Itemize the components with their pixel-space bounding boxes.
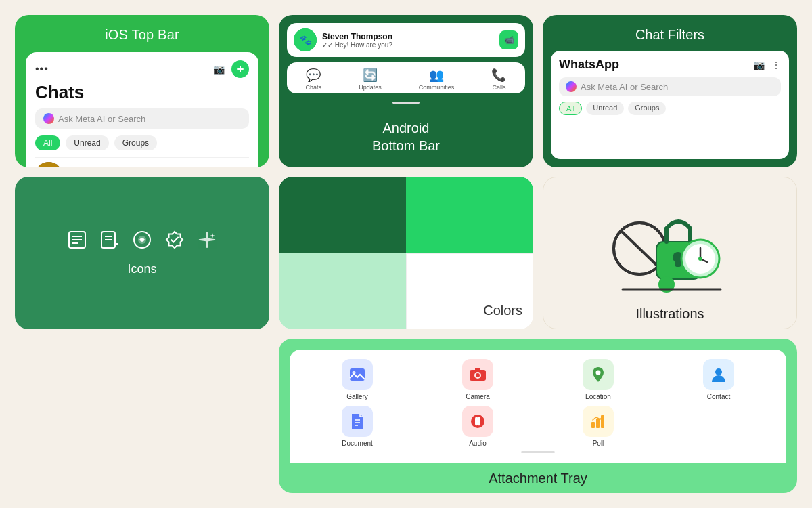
android-nav-chats[interactable]: 💬 Chats bbox=[306, 68, 322, 91]
colors-label: Colors bbox=[483, 303, 522, 318]
ios-phone-mockup: ••• 📷 Chats Ask Meta AI or Search All Un… bbox=[26, 52, 258, 167]
poll-label: Poll bbox=[593, 440, 604, 447]
ios-dots: ••• bbox=[35, 63, 49, 75]
android-bottom-bar-card: 🐾 Steven Thompson ✓✓ Hey! How are you? 📹… bbox=[279, 15, 533, 167]
updates-nav-icon: 🔄 bbox=[363, 68, 378, 83]
android-video-button[interactable]: 📹 bbox=[499, 30, 518, 49]
chat-name-besties: Besties bbox=[69, 166, 214, 167]
android-nav-communities[interactable]: 👥 Communities bbox=[419, 68, 455, 91]
poll-icon-bg bbox=[583, 406, 614, 437]
svg-line-21 bbox=[621, 230, 658, 267]
camera-icon[interactable]: 📷 bbox=[213, 64, 225, 75]
icons-card: Icons bbox=[15, 177, 269, 329]
communities-nav-icon: 👥 bbox=[429, 68, 444, 83]
camera-label: Camera bbox=[466, 393, 490, 400]
updates-nav-label: Updates bbox=[359, 84, 382, 91]
icons-label: Icons bbox=[127, 262, 156, 276]
ios-top-bar-card: iOS Top Bar ••• 📷 Chats Ask Meta AI or S… bbox=[15, 15, 269, 167]
attachment-contact[interactable]: Contact bbox=[660, 359, 777, 400]
ios-search-placeholder: Ask Meta AI or Search bbox=[58, 114, 145, 124]
meta-ai-icon bbox=[43, 113, 54, 124]
wa-more-icon[interactable]: ⋮ bbox=[771, 60, 781, 70]
location-icon-bg bbox=[583, 359, 614, 390]
android-home-indicator bbox=[392, 102, 420, 104]
svg-rect-38 bbox=[475, 368, 480, 371]
android-card-title: Android Bottom Bar bbox=[279, 106, 533, 167]
chat-info-besties: Besties Sarah: For tn: 🦋or 🦅? bbox=[69, 166, 214, 167]
location-label: Location bbox=[585, 393, 611, 400]
ios-search-bar[interactable]: Ask Meta AI or Search bbox=[35, 108, 249, 129]
chats-nav-label: Chats bbox=[306, 84, 322, 91]
svg-point-39 bbox=[596, 371, 601, 375]
svg-rect-46 bbox=[591, 422, 595, 428]
attachment-document[interactable]: Document bbox=[299, 406, 415, 447]
android-contact-status: ✓✓ Hey! How are you? bbox=[322, 41, 494, 49]
svg-text:🐾: 🐾 bbox=[300, 35, 312, 46]
svg-rect-33 bbox=[350, 368, 365, 381]
gallery-label: Gallery bbox=[346, 393, 368, 400]
meta-ai-circle-icon bbox=[133, 230, 152, 254]
wa-chip-all[interactable]: All bbox=[559, 102, 582, 115]
calls-nav-label: Calls bbox=[492, 84, 505, 91]
compose-button[interactable] bbox=[231, 60, 249, 78]
filter-all[interactable]: All bbox=[35, 135, 60, 150]
android-nav-updates[interactable]: 🔄 Updates bbox=[359, 68, 382, 91]
illustrations-label: Illustrations bbox=[635, 306, 704, 322]
illustration-graphic bbox=[602, 184, 738, 299]
color-medium-green bbox=[406, 177, 533, 253]
new-chat-icon bbox=[100, 230, 119, 254]
ios-filter-tabs: All Unread Groups bbox=[35, 135, 249, 150]
svg-rect-25 bbox=[675, 259, 681, 267]
color-dark-green bbox=[279, 177, 406, 253]
android-chat-info: Steven Thompson ✓✓ Hey! How are you? bbox=[322, 32, 494, 49]
tray-home-indicator bbox=[521, 451, 555, 453]
contact-label: Contact bbox=[707, 393, 730, 400]
colors-card: Colors bbox=[279, 177, 533, 329]
chats-title: Chats bbox=[35, 82, 249, 103]
filter-unread[interactable]: Unread bbox=[66, 135, 108, 150]
filters-phone-mockup: WhatsApp 📷 ⋮ Ask Meta AI or Search All U… bbox=[551, 51, 789, 159]
icons-row bbox=[68, 230, 217, 254]
svg-point-30 bbox=[698, 257, 702, 261]
filter-groups[interactable]: Groups bbox=[114, 135, 157, 150]
wa-header: WhatsApp 📷 ⋮ bbox=[559, 58, 781, 72]
attachment-audio[interactable]: Audio bbox=[420, 406, 536, 447]
document-icon-bg bbox=[342, 406, 373, 437]
chat-list-icon bbox=[68, 230, 87, 254]
attachment-location[interactable]: Location bbox=[540, 359, 656, 400]
attachment-gallery[interactable]: Gallery bbox=[299, 359, 415, 400]
whatsapp-title: WhatsApp bbox=[559, 58, 619, 72]
color-light-green bbox=[279, 253, 406, 330]
android-bottom-nav: 💬 Chats 🔄 Updates 👥 Communities 📞 Calls bbox=[287, 62, 525, 93]
main-grid: iOS Top Bar ••• 📷 Chats Ask Meta AI or S… bbox=[0, 0, 812, 508]
audio-label: Audio bbox=[469, 440, 487, 447]
attachment-camera[interactable]: Camera bbox=[420, 359, 536, 400]
chat-row-besties[interactable]: Besties Sarah: For tn: 🦋or 🦅? 11:26 AM 📌 bbox=[35, 157, 249, 167]
wa-chip-unread[interactable]: Unread bbox=[586, 102, 624, 115]
verified-icon bbox=[165, 230, 184, 254]
attachment-row-1: Gallery Camera bbox=[299, 359, 777, 400]
svg-point-37 bbox=[476, 373, 480, 377]
wa-filter-chips: All Unread Groups bbox=[559, 102, 781, 115]
ios-right-icons: 📷 bbox=[213, 60, 249, 78]
svg-rect-0 bbox=[35, 162, 62, 167]
wa-search-placeholder: Ask Meta AI or Search bbox=[581, 82, 668, 92]
svg-rect-45 bbox=[476, 417, 479, 425]
wa-camera-icon[interactable]: 📷 bbox=[753, 60, 765, 70]
attachment-tray-title: Attachment Tray bbox=[489, 463, 587, 493]
wa-search-bar[interactable]: Ask Meta AI or Search bbox=[559, 77, 781, 96]
attachment-tray-card: Gallery Camera bbox=[279, 339, 797, 493]
gallery-icon-bg bbox=[342, 359, 373, 390]
chat-time-besties: 11:26 AM bbox=[221, 167, 249, 168]
sparkle-icon bbox=[198, 230, 217, 254]
audio-icon-bg bbox=[462, 406, 493, 437]
android-contact-name: Steven Thompson bbox=[322, 32, 494, 41]
android-nav-calls[interactable]: 📞 Calls bbox=[491, 68, 506, 91]
chats-nav-icon: 💬 bbox=[306, 68, 321, 83]
svg-rect-47 bbox=[596, 419, 600, 428]
svg-point-40 bbox=[715, 368, 722, 375]
attachment-poll[interactable]: Poll bbox=[540, 406, 656, 447]
wa-chip-groups[interactable]: Groups bbox=[628, 102, 666, 115]
ios-card-title: iOS Top Bar bbox=[105, 27, 179, 43]
chat-filters-card: Chat Filters WhatsApp 📷 ⋮ Ask Meta AI or… bbox=[543, 15, 797, 167]
